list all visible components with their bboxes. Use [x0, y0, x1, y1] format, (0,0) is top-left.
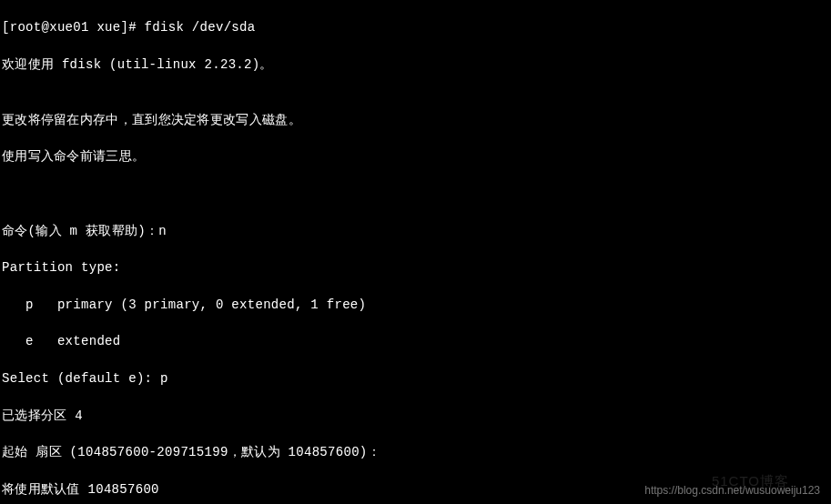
- terminal-line: 已选择分区 4: [2, 407, 829, 425]
- terminal-line: Partition type:: [2, 258, 829, 277]
- terminal-line: [root@xue01 xue]# fdisk /dev/sda: [2, 18, 829, 36]
- terminal-line: 使用写入命令前请三思。: [2, 147, 829, 166]
- watermark-csdn: https://blog.csdn.net/wusuoweiju123: [644, 483, 820, 499]
- terminal-line: p primary (3 primary, 0 extended, 1 free…: [2, 296, 829, 314]
- terminal-line: 起始 扇区 (104857600-209715199，默认为 104857600…: [2, 443, 829, 461]
- terminal-output[interactable]: [root@xue01 xue]# fdisk /dev/sda 欢迎使用 fd…: [0, 0, 831, 504]
- terminal-line: Select (default e): p: [2, 369, 829, 388]
- terminal-line: 命令(输入 m 获取帮助)：n: [2, 222, 829, 240]
- terminal-line: 更改将停留在内存中，直到您决定将更改写入磁盘。: [2, 111, 829, 129]
- terminal-line: 欢迎使用 fdisk (util-linux 2.23.2)。: [2, 55, 829, 74]
- terminal-line: e extended: [2, 332, 829, 350]
